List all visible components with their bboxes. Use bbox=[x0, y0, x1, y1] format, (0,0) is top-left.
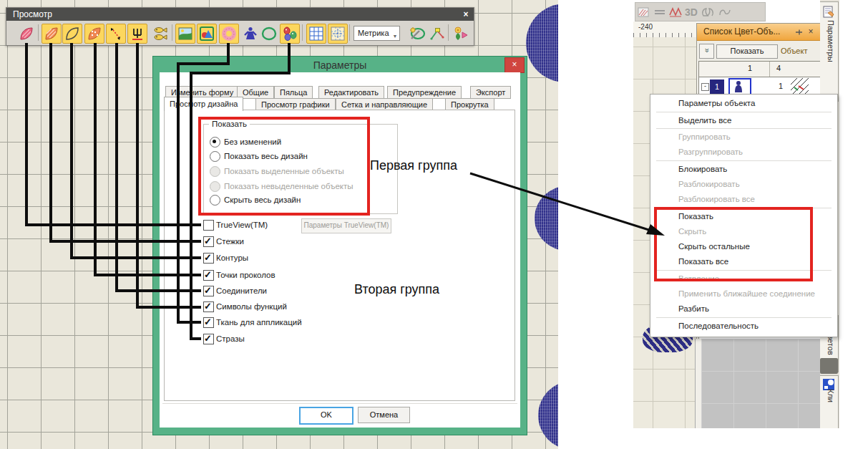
toolbar-separator bbox=[38, 24, 39, 41]
tab-warning[interactable]: Предупреждение bbox=[387, 86, 462, 99]
radio-show-all-design[interactable] bbox=[210, 151, 220, 162]
checkbox-applique-fabric[interactable] bbox=[203, 317, 214, 328]
menu-item-break-apart[interactable]: Разбить bbox=[651, 301, 837, 317]
options-dialog: Параметры × Изменить форму Общие Пяльца … bbox=[152, 56, 527, 435]
metric-dropdown[interactable]: Метрика ▼ bbox=[353, 26, 400, 41]
footer-divider bbox=[162, 403, 517, 404]
view-toolbar: Просмотр × bbox=[6, 7, 474, 46]
flower-travel-icon[interactable] bbox=[451, 24, 471, 44]
screenshot-stage: Просмотр × bbox=[0, 0, 868, 449]
pin-icon[interactable] bbox=[794, 28, 803, 37]
toolbar-separator bbox=[448, 24, 449, 41]
show-group-label: Показать bbox=[209, 120, 250, 128]
embroidery-blob-mid bbox=[535, 186, 558, 251]
splitter-handle[interactable] bbox=[820, 358, 838, 374]
checkbox-label: Стразы bbox=[216, 334, 245, 344]
radio-label: Без изменений bbox=[224, 137, 281, 147]
stitch-block-icon bbox=[638, 6, 650, 18]
fish-icon[interactable] bbox=[150, 24, 170, 44]
trueview-icon[interactable] bbox=[16, 24, 36, 44]
menu-item-show[interactable]: Показать bbox=[651, 209, 837, 224]
cancel-button[interactable]: Отмена bbox=[358, 407, 410, 423]
outlines-icon[interactable] bbox=[62, 24, 82, 44]
branching-tool-icon[interactable] bbox=[427, 24, 447, 44]
radio-label: Показать невыделенные объекты bbox=[224, 181, 353, 191]
covered-panel-area bbox=[701, 339, 820, 428]
close-icon[interactable]: × bbox=[504, 57, 525, 73]
menu-item-hide: Скрыть bbox=[651, 224, 837, 239]
tab-edit[interactable]: Редактировать bbox=[318, 86, 384, 99]
ok-button[interactable]: OK bbox=[299, 407, 353, 425]
menu-item-sequence[interactable]: Последовательность bbox=[651, 319, 837, 334]
checkbox-label: Ткань для аппликаций bbox=[216, 317, 302, 327]
connectors-icon[interactable] bbox=[106, 24, 126, 44]
ornament-icon bbox=[701, 6, 715, 18]
checkbox-stitches[interactable] bbox=[203, 236, 214, 247]
menu-item-group: Группировать bbox=[651, 130, 837, 145]
radio-no-change[interactable] bbox=[210, 137, 220, 148]
picture-icon[interactable] bbox=[175, 24, 195, 44]
metric-value: Метрика bbox=[358, 29, 389, 37]
applique-fabric-icon[interactable] bbox=[219, 24, 239, 44]
tab-clipart-label: Кли bbox=[826, 389, 835, 402]
tab-hoop[interactable]: Пяльца bbox=[274, 86, 313, 99]
checkbox-label: Контуры bbox=[216, 253, 248, 263]
menu-item-branching: Ветвление bbox=[651, 271, 837, 286]
checkbox-function-symbols[interactable] bbox=[203, 301, 214, 312]
grid-ruler-icon[interactable] bbox=[328, 24, 348, 44]
menu-item-hide-others[interactable]: Скрыть остальные bbox=[651, 239, 837, 254]
swirl-icon bbox=[718, 6, 732, 18]
radio-hide-all-design[interactable] bbox=[210, 195, 220, 206]
menu-separator bbox=[656, 160, 832, 161]
checkbox-outlines[interactable] bbox=[203, 253, 214, 264]
menu-item-lock[interactable]: Блокировать bbox=[651, 162, 837, 177]
rhinestones-icon[interactable] bbox=[280, 24, 300, 44]
hoop-icon[interactable] bbox=[259, 24, 279, 44]
toolbar-separator bbox=[172, 24, 172, 41]
dialog-title: Параметры bbox=[153, 59, 527, 71]
stitches-icon[interactable] bbox=[42, 24, 62, 44]
panel-toolbar: « Показать Объект bbox=[697, 41, 821, 61]
radio-label: Показать выделенные объекты bbox=[224, 166, 344, 176]
checkbox-rhinestones[interactable] bbox=[203, 334, 214, 344]
menu-item-show-all[interactable]: Показать все bbox=[651, 254, 837, 269]
toolbar-separator bbox=[349, 24, 350, 41]
menu-item-object-properties[interactable]: Параметры объекта bbox=[651, 96, 837, 111]
checkbox-connectors[interactable] bbox=[203, 286, 214, 296]
grid-icon[interactable] bbox=[306, 24, 326, 44]
checkbox-needle-points[interactable] bbox=[203, 270, 214, 281]
color-chip[interactable]: 1 bbox=[710, 79, 724, 94]
tab-export[interactable]: Экспорт bbox=[470, 86, 511, 99]
needle-points-icon[interactable] bbox=[84, 24, 104, 44]
view-toolbar-body: Метрика ▼ bbox=[6, 21, 474, 45]
close-icon[interactable]: × bbox=[806, 26, 816, 38]
shapes-icon[interactable] bbox=[197, 24, 217, 44]
tab-design-view[interactable]: Просмотр дизайна bbox=[164, 97, 243, 111]
zigzag-icon bbox=[669, 6, 682, 18]
menu-item-ungroup: Разгруппировать bbox=[651, 145, 837, 160]
checkbox-label: Соединители bbox=[216, 286, 267, 296]
object-count: 1 bbox=[779, 82, 783, 90]
function-symbols-icon[interactable] bbox=[127, 24, 147, 44]
expand-minus-icon[interactable]: - bbox=[701, 83, 709, 91]
dress-icon[interactable] bbox=[240, 24, 260, 44]
trueview-options-button: Параметры TrueView(TM) bbox=[301, 218, 391, 233]
object-column-label: Объект bbox=[781, 47, 807, 55]
menu-separator bbox=[656, 317, 832, 318]
panel-show-button[interactable]: Показать bbox=[716, 44, 778, 59]
menu-item-select-all[interactable]: Выделить все bbox=[651, 113, 837, 128]
view-toolbar-title: Просмотр bbox=[6, 8, 474, 21]
hoop-wand-icon[interactable] bbox=[407, 24, 427, 44]
right-toolbar-fragment: 3D bbox=[635, 2, 766, 21]
embroidery-blob-top bbox=[526, 4, 558, 82]
menu-separator bbox=[656, 208, 832, 208]
tab-parameters-label: Параметры bbox=[826, 20, 835, 62]
close-icon[interactable]: × bbox=[461, 9, 471, 20]
toolbar-separator bbox=[302, 24, 303, 41]
annotation-first-group: Первая группа bbox=[370, 158, 457, 173]
menu-item-unlock: Разблокировать bbox=[651, 177, 837, 192]
checkbox-trueview[interactable] bbox=[203, 220, 214, 231]
collapse-chevron-icon[interactable]: « bbox=[699, 44, 714, 59]
radio-label: Показать весь дизайн bbox=[224, 151, 308, 161]
chevron-down-icon: ▼ bbox=[393, 30, 398, 43]
